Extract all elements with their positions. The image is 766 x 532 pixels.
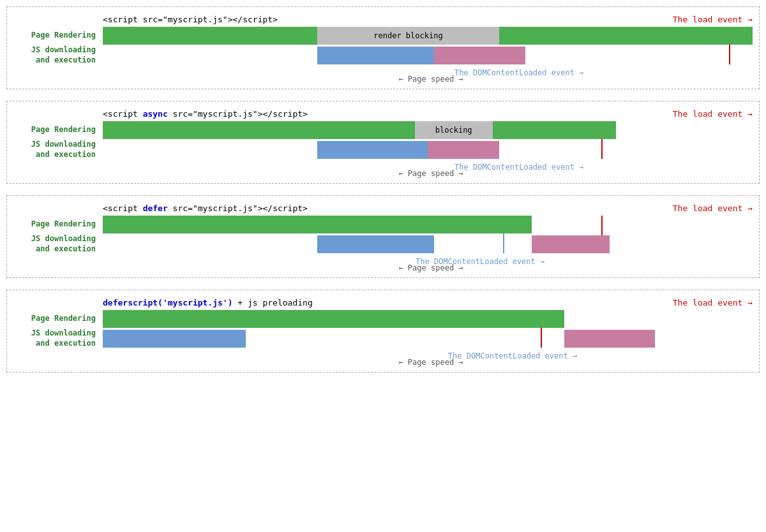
- code-text: <script defer src="myscript.js"></script…: [103, 203, 308, 213]
- page-rendering-bar-2: render blocking: [317, 27, 499, 45]
- page-rendering-bars: blocking: [103, 121, 753, 139]
- dom-content-loaded-event: The DOMContentLoaded event →: [454, 68, 583, 77]
- code-line-4: deferscript('myscript.js') + js preloadi…: [7, 295, 759, 310]
- page-rendering-label: Page Rendering: [7, 31, 100, 41]
- page-rendering-row: Page Renderingblocking: [103, 121, 753, 139]
- code-line-2: <script async src="myscript.js"></script…: [7, 107, 759, 121]
- page-rendering-row: Page Rendering: [103, 310, 753, 328]
- js-bar-2: [428, 141, 499, 159]
- page-speed-line: ← Page speed →: [7, 261, 759, 272]
- js-bars: [103, 330, 753, 348]
- page-rendering-bar-1: [103, 310, 564, 328]
- page-rendering-label: Page Rendering: [7, 219, 100, 230]
- dom-content-loaded-event: The DOMContentLoaded event →: [448, 351, 577, 360]
- diagram-4: deferscript('myscript.js') + js preloadi…: [6, 290, 760, 373]
- js-bar-1: [103, 330, 246, 348]
- js-bars: [103, 47, 753, 64]
- code-text: <script src="myscript.js"></script>: [103, 15, 278, 24]
- code-keyword-deferscript: deferscript('myscript.js'): [103, 298, 233, 307]
- bar-label-text: blocking: [435, 126, 472, 135]
- page-rendering-bar-3: [499, 27, 753, 45]
- js-row: JS downloading and execution: [103, 141, 753, 159]
- page-rendering-label: Page Rendering: [7, 314, 100, 324]
- page-rendering-bars: render blocking: [103, 27, 753, 45]
- rows-area-1: Page Renderingrender blockingJS download…: [7, 27, 759, 64]
- diagram-3: <script defer src="myscript.js"></script…: [6, 195, 760, 278]
- load-event-label: The load event →: [673, 298, 753, 307]
- js-bar-2: [532, 235, 610, 253]
- js-label: JS downloading and execution: [7, 45, 100, 65]
- page-speed-line: ← Page speed →: [7, 355, 759, 367]
- page-rendering-bar-2: blocking: [415, 121, 493, 139]
- js-row: JS downloading and execution: [103, 47, 753, 64]
- page-speed-text: ← Page speed →: [398, 75, 463, 84]
- js-label: JS downloading and execution: [7, 329, 100, 348]
- rows-area-2: Page RenderingblockingJS downloading and…: [7, 121, 759, 159]
- page-rendering-bar-1: [103, 121, 415, 139]
- page-rendering-row: Page Renderingrender blocking: [103, 27, 753, 45]
- page-rendering-bar-3: [493, 121, 616, 139]
- js-label: JS downloading and execution: [7, 234, 100, 254]
- js-label: JS downloading and execution: [7, 140, 100, 159]
- js-bar-1: [317, 141, 428, 159]
- js-bar-2: [564, 330, 656, 348]
- code-line-3: <script defer src="myscript.js"></script…: [7, 201, 759, 216]
- page-rendering-label: Page Rendering: [7, 125, 100, 135]
- code-text: <script async src="myscript.js"></script…: [103, 109, 308, 119]
- page-rendering-bar-1: [103, 216, 532, 233]
- dom-content-loaded-event: The DOMContentLoaded event →: [454, 163, 583, 172]
- js-row: JS downloading and execution: [103, 235, 753, 253]
- js-bars: [103, 235, 753, 253]
- page-rendering-row: Page Rendering: [103, 216, 753, 233]
- code-keyword-defer: defer: [143, 203, 168, 213]
- page-rendering-bar-1: [103, 27, 317, 45]
- rows-area-4: Page RenderingJS downloading and executi…: [7, 310, 759, 348]
- js-bar-2: [434, 47, 525, 64]
- code-text: deferscript('myscript.js') + js preloadi…: [103, 298, 313, 307]
- js-row: JS downloading and execution: [103, 330, 753, 348]
- page-speed-text: ← Page speed →: [398, 169, 463, 178]
- page-speed-line: ← Page speed →: [7, 72, 759, 84]
- js-bar-1: [317, 47, 434, 64]
- code-keyword-async: async: [143, 109, 168, 119]
- bar-label-text: render blocking: [373, 31, 442, 40]
- page-speed-line: ← Page speed →: [7, 166, 759, 178]
- rows-area-3: Page RenderingJS downloading and executi…: [7, 216, 759, 253]
- page-rendering-bars: [103, 216, 753, 233]
- page-rendering-bars: [103, 310, 753, 328]
- code-line-1: <script src="myscript.js"></script>The l…: [7, 12, 759, 27]
- diagram-2: <script async src="myscript.js"></script…: [6, 101, 760, 184]
- load-event-label: The load event →: [673, 109, 753, 119]
- diagram-1: <script src="myscript.js"></script>The l…: [6, 6, 760, 89]
- dom-content-loaded-event: The DOMContentLoaded event →: [416, 257, 544, 266]
- js-bar-1: [317, 235, 434, 253]
- load-event-label: The load event →: [673, 15, 753, 24]
- load-event-label: The load event →: [673, 203, 753, 213]
- js-bars: [103, 141, 753, 159]
